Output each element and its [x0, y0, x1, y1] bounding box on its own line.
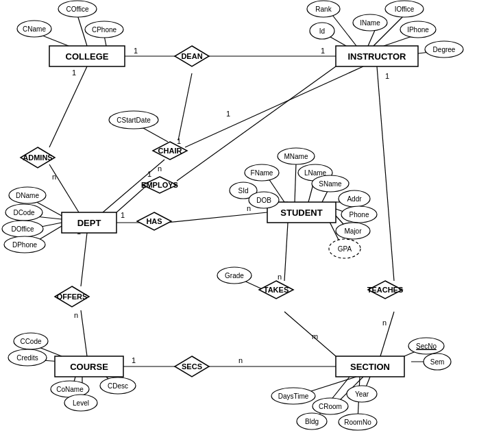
svg-line-3 [49, 164, 79, 212]
attr-sname-label: SName [319, 180, 342, 188]
entity-dept-label: DEPT [77, 218, 101, 228]
svg-line-7 [177, 66, 336, 181]
svg-line-51 [295, 163, 296, 202]
er-diagram-svg: .entity-rect { fill: white; stroke: blac… [0, 0, 490, 448]
attr-year-label: Year [355, 390, 369, 398]
svg-text:1: 1 [385, 72, 389, 80]
svg-text:n: n [52, 173, 56, 181]
svg-line-10 [167, 212, 267, 223]
svg-line-11 [377, 66, 394, 281]
rel-secs-label: SECS [182, 362, 202, 371]
attr-roomno-label: RoomNo [344, 419, 371, 426]
svg-text:n: n [278, 273, 282, 281]
svg-text:n: n [74, 311, 78, 319]
svg-text:1: 1 [147, 170, 151, 178]
svg-text:n: n [238, 356, 243, 364]
attr-credits-label: Credits [16, 354, 38, 362]
attr-secno-label: SecNo [416, 343, 437, 350]
entity-instructor-label: INSTRUCTOR [348, 51, 407, 62]
attr-bldg-label: Bldg [305, 418, 319, 425]
attr-dob-label: DOB [256, 197, 271, 204]
attr-cphone-label: CPhone [92, 26, 117, 34]
svg-line-14 [284, 312, 336, 356]
svg-text:n: n [247, 204, 251, 212]
er-diagram: .entity-rect { fill: white; stroke: blac… [0, 0, 490, 448]
attr-croom-label: CRoom [319, 403, 342, 410]
svg-line-4 [185, 66, 363, 147]
svg-line-16 [81, 310, 87, 356]
svg-text:1: 1 [321, 47, 325, 55]
svg-line-43 [368, 29, 376, 46]
svg-line-2 [49, 66, 87, 147]
attr-ioffice-label: IOffice [395, 5, 415, 13]
attr-iname-label: IName [360, 19, 380, 27]
entity-course-label: COURSE [70, 362, 108, 372]
svg-line-38 [42, 36, 69, 46]
attr-cname-label: CName [23, 25, 46, 33]
svg-line-15 [81, 233, 87, 286]
attr-daystime-label: DaysTime [278, 393, 309, 400]
rel-teaches-label: TEACHES [367, 286, 404, 294]
attr-sid-label: SId [238, 187, 248, 195]
attr-mname-label: MName [284, 153, 308, 160]
attr-rank-label: Rank [315, 5, 332, 13]
attr-fname-label: FName [251, 169, 273, 177]
rel-chair-label: CHAIR [158, 147, 182, 155]
rel-offers-label: OFFERS [57, 293, 88, 301]
attr-dname-label: DName [16, 192, 39, 199]
attr-iphone-label: IPhone [407, 26, 429, 34]
entity-college-label: COLLEGE [66, 51, 109, 62]
entity-student-label: STUDENT [280, 208, 322, 218]
svg-line-8 [117, 185, 147, 212]
svg-line-5 [178, 73, 192, 140]
attr-degree-label: Degree [433, 46, 456, 53]
svg-line-13 [284, 223, 288, 281]
attr-gpa-label: GPA [338, 245, 352, 253]
attr-major-label: Major [344, 227, 362, 235]
svg-text:m: m [312, 332, 318, 340]
attr-ccode-label: CCode [20, 338, 42, 345]
attr-id-label: Id [319, 27, 325, 35]
svg-text:1: 1 [226, 110, 230, 118]
rel-admins-label: ADMINS [23, 153, 52, 162]
svg-line-40 [332, 15, 356, 46]
rel-has-label: HAS [146, 217, 162, 225]
entity-section-label: SECTION [350, 362, 390, 372]
rel-dean-label: DEAN [181, 52, 202, 60]
svg-text:1: 1 [132, 356, 136, 364]
attr-addr-label: Addr [347, 195, 362, 203]
attr-cdesc-label: CDesc [108, 382, 128, 390]
attr-cstartdate-label: CStartDate [117, 116, 151, 124]
attr-level-label: Level [73, 399, 89, 407]
attr-coname-label: CoName [56, 386, 84, 393]
attr-coffice-label: COffice [66, 5, 89, 13]
rel-takes-label: TAKES [264, 286, 289, 294]
attr-sem-label: Sem [430, 358, 445, 366]
svg-text:1: 1 [177, 137, 181, 145]
svg-text:1: 1 [72, 69, 76, 77]
svg-text:1: 1 [134, 47, 138, 55]
attr-dcode-label: DCode [13, 209, 35, 216]
rel-employs-label: EMPLOYS [141, 181, 178, 189]
attr-doffice-label: DOffice [11, 225, 34, 233]
svg-text:n: n [382, 319, 387, 327]
attr-grade-label: Grade [225, 272, 244, 279]
attr-phone-label: Phone [350, 211, 369, 219]
svg-text:1: 1 [121, 211, 125, 219]
svg-text:n: n [158, 164, 162, 173]
attr-dphone-label: DPhone [12, 241, 38, 249]
